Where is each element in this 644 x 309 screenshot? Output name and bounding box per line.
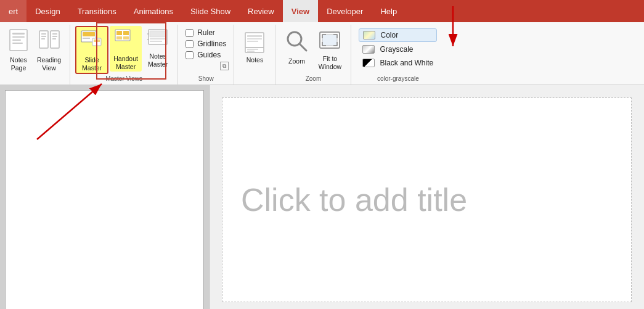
tab-review[interactable]: Review bbox=[239, 0, 283, 22]
slide-master-button[interactable]: SlideMaster bbox=[75, 26, 108, 74]
svg-rect-19 bbox=[116, 31, 122, 35]
tab-view[interactable]: View bbox=[283, 0, 318, 22]
black-white-button[interactable]: Black and White bbox=[359, 57, 437, 69]
tab-transitions[interactable]: Transitions bbox=[69, 0, 125, 22]
guides-checkbox-input[interactable] bbox=[185, 51, 194, 59]
svg-rect-11 bbox=[52, 36, 57, 37]
slide-placeholder: Click to add title bbox=[241, 181, 467, 218]
main-slide-area: Click to add title bbox=[210, 85, 644, 309]
ribbon-content: NotesPage bbox=[0, 22, 644, 85]
color-swatch bbox=[363, 31, 375, 39]
grayscale-swatch bbox=[362, 45, 375, 54]
show-group: Ruler Gridlines Guides ⧉ Show bbox=[178, 25, 234, 84]
notes-page-icon bbox=[7, 28, 30, 55]
svg-rect-22 bbox=[123, 36, 129, 39]
slide-master-label: SlideMaster bbox=[82, 56, 102, 72]
color-button[interactable]: Color bbox=[359, 28, 437, 42]
notes-master-icon bbox=[147, 28, 169, 52]
color-grayscale-label: color-grayscale bbox=[356, 74, 439, 84]
svg-rect-1 bbox=[12, 33, 25, 35]
show-label: Show bbox=[183, 74, 229, 84]
master-views-items: SlideMaster HandoutMaster bbox=[75, 26, 173, 74]
tab-slideshow[interactable]: Slide Show bbox=[182, 0, 239, 22]
grayscale-button[interactable]: Grayscale bbox=[359, 43, 437, 56]
svg-rect-20 bbox=[123, 31, 129, 35]
guides-checkbox[interactable]: Guides bbox=[185, 51, 226, 59]
black-white-label: Black and White bbox=[380, 59, 433, 67]
notes-icon bbox=[243, 31, 266, 56]
notes-master-button[interactable]: NotesMaster bbox=[143, 26, 173, 69]
ruler-checkbox[interactable]: Ruler bbox=[185, 28, 226, 37]
notes-group-items: Notes bbox=[239, 26, 270, 81]
svg-rect-15 bbox=[83, 38, 90, 39]
presentation-views-group: NotesPage bbox=[0, 25, 70, 84]
fit-to-window-icon bbox=[317, 28, 342, 55]
reading-view-button[interactable]: ReadingView bbox=[33, 26, 65, 73]
zoom-group: Zoom Fit t bbox=[275, 25, 351, 84]
svg-rect-28 bbox=[147, 39, 149, 40]
gridlines-checkbox-input[interactable] bbox=[185, 40, 194, 48]
notes-master-label: NotesMaster bbox=[148, 52, 168, 68]
zoom-button[interactable]: Zoom bbox=[280, 26, 312, 67]
guides-label: Guides bbox=[197, 51, 221, 59]
master-views-group: SlideMaster HandoutMaster bbox=[70, 25, 178, 84]
svg-rect-35 bbox=[247, 51, 255, 52]
tab-ert[interactable]: ert bbox=[0, 0, 26, 22]
slide-panel bbox=[0, 85, 210, 309]
svg-rect-7 bbox=[41, 33, 46, 35]
presentation-views-items: NotesPage bbox=[5, 26, 65, 81]
svg-rect-12 bbox=[52, 38, 56, 39]
ruler-checkbox-input[interactable] bbox=[185, 29, 194, 37]
notes-group-label bbox=[239, 81, 270, 84]
svg-rect-34 bbox=[247, 49, 258, 50]
notes-group: Notes bbox=[234, 25, 275, 84]
svg-rect-26 bbox=[150, 41, 162, 42]
notes-label: Notes bbox=[247, 56, 263, 64]
gridlines-label: Gridlines bbox=[197, 39, 226, 48]
tab-row: ert Design Transitions Animations Slide … bbox=[0, 0, 644, 22]
tab-developer[interactable]: Developer bbox=[318, 0, 372, 22]
slide-master-icon bbox=[80, 30, 104, 55]
svg-rect-21 bbox=[116, 36, 122, 39]
zoom-label: Zoom bbox=[288, 57, 305, 65]
svg-rect-14 bbox=[83, 32, 95, 36]
svg-rect-3 bbox=[12, 39, 21, 41]
svg-rect-4 bbox=[12, 43, 23, 44]
tab-help[interactable]: Help bbox=[372, 0, 406, 22]
main-area: Click to add title bbox=[0, 85, 644, 309]
color-grayscale-group: Color Grayscale Black and White color-gr… bbox=[351, 25, 449, 84]
svg-rect-31 bbox=[247, 38, 262, 39]
color-label: Color bbox=[380, 31, 398, 39]
notes-button[interactable]: Notes bbox=[239, 26, 270, 65]
handout-master-label: HandoutMaster bbox=[113, 55, 138, 70]
tab-animations[interactable]: Animations bbox=[125, 0, 182, 22]
tab-design[interactable]: Design bbox=[26, 0, 68, 22]
svg-rect-25 bbox=[150, 38, 166, 39]
slide-canvas[interactable]: Click to add title bbox=[222, 97, 632, 302]
svg-rect-27 bbox=[147, 33, 149, 35]
handout-master-icon bbox=[114, 28, 137, 54]
svg-rect-17 bbox=[94, 39, 100, 42]
svg-rect-10 bbox=[52, 33, 57, 35]
zoom-group-items: Zoom Fit t bbox=[280, 26, 346, 74]
svg-rect-30 bbox=[247, 35, 262, 37]
presentation-views-label bbox=[5, 81, 65, 84]
svg-rect-29 bbox=[245, 33, 264, 47]
svg-rect-24 bbox=[150, 31, 166, 37]
color-grayscale-items: Color Grayscale Black and White bbox=[356, 26, 439, 72]
show-expand-icon[interactable]: ⧉ bbox=[220, 62, 229, 70]
zoom-icon bbox=[284, 28, 309, 56]
fit-to-window-button[interactable]: Fit toWindow bbox=[314, 26, 346, 72]
fit-to-window-label: Fit toWindow bbox=[319, 55, 341, 70]
svg-rect-39 bbox=[322, 35, 337, 46]
handout-master-button[interactable]: HandoutMaster bbox=[110, 26, 142, 72]
slide-thumbnail[interactable] bbox=[5, 90, 204, 309]
svg-line-37 bbox=[300, 44, 306, 51]
svg-rect-9 bbox=[41, 38, 45, 39]
reading-view-label: ReadingView bbox=[37, 56, 61, 72]
notes-page-button[interactable]: NotesPage bbox=[5, 26, 32, 73]
master-views-label: Master Views bbox=[75, 74, 173, 84]
show-checkboxes: Ruler Gridlines Guides bbox=[183, 26, 229, 62]
gridlines-checkbox[interactable]: Gridlines bbox=[185, 39, 226, 48]
reading-view-icon bbox=[38, 28, 60, 55]
